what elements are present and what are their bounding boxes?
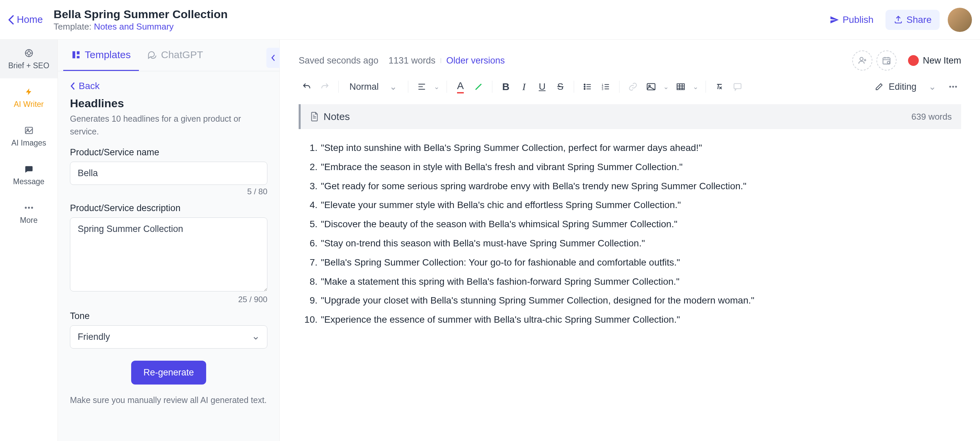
svg-rect-7	[73, 51, 75, 59]
svg-point-24	[952, 86, 954, 87]
svg-point-10	[860, 57, 863, 60]
svg-point-14	[584, 86, 585, 87]
svg-point-12	[887, 61, 889, 63]
regenerate-button[interactable]: Re-generate	[131, 361, 206, 384]
svg-text:3: 3	[601, 87, 603, 90]
svg-rect-22	[734, 84, 741, 89]
product-name-label: Product/Service name	[70, 147, 267, 158]
comment-button[interactable]	[729, 79, 746, 95]
svg-point-1	[27, 51, 30, 54]
message-icon	[24, 164, 34, 174]
add-user-icon[interactable]	[852, 51, 872, 71]
collapse-sidebar-button[interactable]	[266, 48, 280, 68]
template-link[interactable]: Notes and Summary	[94, 22, 173, 32]
nav-more[interactable]: More	[0, 194, 57, 233]
style-select[interactable]: Normal⌄	[344, 79, 402, 95]
undo-button[interactable]	[299, 79, 315, 95]
text-color-button[interactable]: A	[452, 79, 468, 95]
user-avatar[interactable]	[948, 8, 972, 32]
svg-point-25	[955, 86, 957, 87]
table-button[interactable]	[673, 79, 689, 95]
list-item[interactable]: 1."Step into sunshine with Bella's Sprin…	[299, 141, 961, 155]
align-button[interactable]	[414, 79, 430, 95]
publish-button[interactable]: Publish	[823, 10, 880, 29]
home-label: Home	[17, 14, 43, 25]
more-toolbar-button[interactable]	[945, 79, 961, 95]
document-title[interactable]: Bella Spring Summer Collection	[54, 8, 823, 21]
svg-rect-9	[77, 56, 80, 59]
link-button[interactable]	[625, 79, 641, 95]
nav-brief-seo[interactable]: Brief + SEO	[0, 40, 57, 78]
tab-templates[interactable]: Templates	[63, 40, 139, 71]
notes-label: Notes	[323, 111, 350, 122]
panel-title: Headlines	[70, 97, 267, 110]
svg-point-23	[950, 86, 951, 87]
saved-status: Saved seconds ago	[299, 56, 379, 66]
list-item[interactable]: 9."Upgrade your closet with Bella's stun…	[299, 293, 961, 308]
product-name-counter: 5 / 80	[70, 187, 267, 196]
svg-point-6	[31, 207, 33, 209]
older-versions-link[interactable]: Older versions	[446, 56, 505, 66]
target-icon	[24, 48, 34, 59]
tab-chatgpt[interactable]: ChatGPT	[139, 40, 211, 71]
underline-button[interactable]: U	[534, 79, 550, 95]
red-dot-icon	[908, 55, 919, 66]
notes-word-count: 639 words	[912, 112, 952, 122]
list-item[interactable]: 3."Get ready for some serious spring war…	[299, 179, 961, 194]
product-name-input[interactable]	[70, 162, 267, 185]
send-icon	[830, 15, 839, 25]
product-desc-counter: 25 / 900	[70, 295, 267, 304]
tone-select[interactable]	[70, 325, 267, 349]
review-warning: Make sure you manually review all AI gen…	[70, 394, 267, 407]
nav-message[interactable]: Message	[0, 155, 57, 194]
upload-icon	[894, 15, 903, 25]
list-item[interactable]: 2."Embrace the season in style with Bell…	[299, 160, 961, 175]
tone-label: Tone	[70, 311, 267, 321]
headline-list[interactable]: 1."Step into sunshine with Bella's Sprin…	[299, 141, 961, 327]
pencil-icon	[875, 83, 883, 91]
product-desc-label: Product/Service description	[70, 203, 267, 213]
nav-ai-images[interactable]: AI Images	[0, 117, 57, 155]
chevron-left-icon	[271, 54, 275, 62]
list-item[interactable]: 10."Experience the essence of summer wit…	[299, 312, 961, 327]
bolt-icon	[24, 86, 34, 97]
highlight-button[interactable]	[471, 79, 487, 95]
chevron-left-icon	[8, 15, 14, 25]
image-button[interactable]	[643, 79, 659, 95]
list-item[interactable]: 5."Discover the beauty of the season wit…	[299, 217, 961, 232]
templates-icon	[71, 50, 81, 59]
svg-point-5	[28, 207, 30, 209]
list-item[interactable]: 4."Elevate your summer style with Bella'…	[299, 198, 961, 213]
bullet-list-button[interactable]	[579, 79, 596, 95]
image-icon	[24, 125, 34, 136]
home-link[interactable]: Home	[8, 14, 43, 25]
list-item[interactable]: 8."Make a statement this spring with Bel…	[299, 274, 961, 289]
numbered-list-button[interactable]: 123	[598, 79, 614, 95]
align-dropdown[interactable]: ⌄	[432, 79, 441, 95]
svg-point-15	[584, 89, 585, 89]
clear-format-button[interactable]	[711, 79, 727, 95]
svg-point-13	[584, 84, 585, 85]
notes-block-header[interactable]: Notes 639 words	[299, 104, 961, 129]
image-dropdown[interactable]: ⌄	[661, 79, 671, 95]
list-item[interactable]: 7."Bella's Spring Summer Collection: You…	[299, 255, 961, 270]
list-item[interactable]: 6."Stay on-trend this season with Bella'…	[299, 236, 961, 251]
bold-button[interactable]: B	[498, 79, 514, 95]
panel-description: Generates 10 headlines for a given produ…	[70, 113, 267, 138]
document-icon	[310, 112, 319, 122]
svg-rect-21	[677, 84, 684, 89]
editing-mode-select[interactable]: Editing ⌄	[875, 81, 936, 92]
dots-icon	[24, 202, 34, 213]
redo-button[interactable]	[317, 79, 333, 95]
table-dropdown[interactable]: ⌄	[691, 79, 700, 95]
share-button[interactable]: Share	[886, 10, 940, 30]
strikethrough-button[interactable]: S	[552, 79, 568, 95]
italic-button[interactable]: I	[516, 79, 532, 95]
product-desc-input[interactable]	[70, 217, 267, 292]
calendar-icon[interactable]	[877, 51, 897, 71]
nav-ai-writer[interactable]: AI Writer	[0, 78, 57, 117]
svg-point-4	[25, 207, 27, 209]
back-button[interactable]: Back	[70, 81, 267, 91]
new-item-indicator[interactable]: New Item	[908, 55, 961, 66]
template-line: Template: Notes and Summary	[54, 22, 823, 32]
